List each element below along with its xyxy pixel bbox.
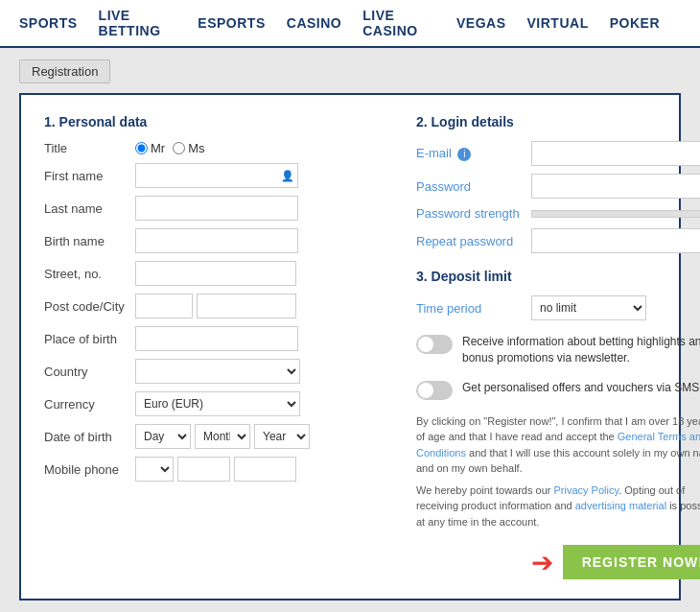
ms-label: Ms: [188, 141, 204, 155]
repeat-password-label: Repeat password: [416, 234, 531, 248]
birthname-label: Birth name: [44, 234, 135, 248]
dob-row: Date of birth Day Month Year: [44, 424, 351, 449]
nav-sports[interactable]: SPORTS: [19, 15, 78, 31]
country-row: Country: [44, 359, 351, 384]
password-strength-row: Password strength: [416, 206, 700, 221]
postcode-input[interactable]: [135, 294, 193, 318]
email-row: E-mail i: [416, 141, 700, 166]
email-info-icon[interactable]: i: [457, 148, 471, 161]
nav-poker[interactable]: POKER: [610, 15, 660, 31]
placeofbirth-label: Place of birth: [44, 332, 135, 346]
lastname-input[interactable]: [135, 196, 298, 221]
privacy-link[interactable]: Privacy Policy: [553, 484, 618, 496]
repeat-password-input[interactable]: [531, 228, 700, 253]
nav-live-casino[interactable]: LIVE CASINO: [362, 8, 435, 38]
firstname-input[interactable]: [135, 163, 298, 188]
nav-casino[interactable]: CASINO: [287, 15, 341, 31]
mobile-row: Mobile phone: [44, 457, 351, 482]
dob-day-select[interactable]: Day: [135, 424, 191, 449]
sms-toggle[interactable]: [416, 381, 453, 400]
mobile-label: Mobile phone: [44, 462, 135, 477]
repeat-password-row: Repeat password 🔒: [416, 228, 700, 253]
arrow-right-icon: ➔: [531, 547, 553, 578]
city-input[interactable]: [197, 294, 296, 318]
navigation: SPORTS LIVE BETTING ESPORTS CASINO LIVE …: [0, 0, 700, 48]
login-details-section: 2. Login details E-mail i Password 🔒 P: [416, 114, 700, 579]
nav-vegas[interactable]: VEGAS: [456, 15, 506, 31]
register-row: ➔ REGISTER NOW!: [416, 545, 700, 579]
street-row: Street, no.: [44, 261, 351, 286]
firstname-label: First name: [44, 169, 135, 183]
title-row: Title Mr Ms: [44, 141, 351, 155]
mr-radio-label[interactable]: Mr: [135, 141, 165, 155]
currency-label: Currency: [44, 397, 135, 412]
mobile-area-input[interactable]: [177, 457, 230, 482]
nav-live-betting[interactable]: LIVE BETTING: [99, 8, 177, 38]
email-label: E-mail i: [416, 146, 531, 161]
section2-title: 2. Login details: [416, 114, 700, 129]
section1-title: 1. Personal data: [44, 114, 351, 129]
email-input[interactable]: [531, 141, 700, 166]
password-label: Password: [416, 179, 531, 194]
person-icon: 👤: [281, 170, 294, 182]
lastname-row: Last name: [44, 196, 351, 221]
newsletter-toggle[interactable]: [416, 335, 453, 354]
register-button[interactable]: REGISTER NOW!: [563, 545, 700, 579]
password-input[interactable]: [531, 174, 700, 199]
newsletter-toggle-row: Receive information about betting highli…: [416, 334, 700, 366]
sms-toggle-row: Get personalised offers and vouchers via…: [416, 380, 700, 400]
password-row: Password 🔒: [416, 174, 700, 199]
sms-toggle-text: Get personalised offers and vouchers via…: [462, 380, 700, 396]
mr-label: Mr: [151, 141, 165, 155]
birthname-row: Birth name: [44, 228, 351, 253]
mobile-group: [135, 457, 296, 482]
placeofbirth-row: Place of birth: [44, 326, 351, 351]
legal-text: By clicking on "Register now!", I confir…: [416, 413, 700, 530]
deposit-limit-section: 3. Deposit limit Time period no limit: [416, 269, 700, 320]
postcode-label: Post code/City: [44, 299, 135, 314]
street-label: Street, no.: [44, 267, 135, 281]
country-select[interactable]: [135, 359, 300, 384]
ms-radio-label[interactable]: Ms: [173, 141, 204, 155]
street-input[interactable]: [135, 261, 296, 286]
postcode-group: [135, 294, 296, 318]
newsletter-toggle-text: Receive information about betting highli…: [462, 334, 700, 366]
country-label: Country: [44, 365, 135, 379]
dob-month-select[interactable]: Month: [195, 424, 250, 449]
dob-label: Date of birth: [44, 430, 135, 444]
personal-data-section: 1. Personal data Title Mr Ms First: [44, 114, 351, 579]
currency-select[interactable]: Euro (EUR): [135, 391, 300, 416]
title-options: Mr Ms: [135, 141, 205, 155]
timeperiod-select[interactable]: no limit: [531, 295, 646, 320]
postcode-row: Post code/City: [44, 294, 351, 318]
section3-title: 3. Deposit limit: [416, 269, 700, 284]
placeofbirth-input[interactable]: [135, 326, 298, 351]
mobile-country-select[interactable]: [135, 457, 174, 482]
password-wrap: 🔒: [531, 174, 700, 199]
timeperiod-label: Time period: [416, 301, 531, 316]
timeperiod-row: Time period no limit: [416, 295, 700, 320]
advertising-link[interactable]: advertising material: [575, 500, 666, 511]
registration-form: 1. Personal data Title Mr Ms First: [19, 93, 681, 600]
strength-bar-container: [531, 210, 700, 218]
lastname-label: Last name: [44, 201, 135, 216]
mobile-number-input[interactable]: [234, 457, 296, 482]
repeat-password-wrap: 🔒: [531, 228, 700, 253]
ms-radio[interactable]: [173, 142, 185, 154]
breadcrumb: Registration: [19, 59, 110, 83]
birthname-input[interactable]: [135, 228, 298, 253]
firstname-wrap: 👤: [135, 163, 298, 188]
password-strength-label: Password strength: [416, 206, 531, 221]
title-label: Title: [44, 141, 135, 155]
dob-year-select[interactable]: Year: [254, 424, 310, 449]
mr-radio[interactable]: [135, 142, 148, 154]
currency-row: Currency Euro (EUR): [44, 391, 351, 416]
dob-group: Day Month Year: [135, 424, 310, 449]
nav-esports[interactable]: ESPORTS: [198, 15, 265, 31]
firstname-row: First name 👤: [44, 163, 351, 188]
page-content: Registration 1. Personal data Title Mr M…: [0, 48, 700, 612]
nav-virtual[interactable]: VIRTUAL: [527, 15, 589, 31]
